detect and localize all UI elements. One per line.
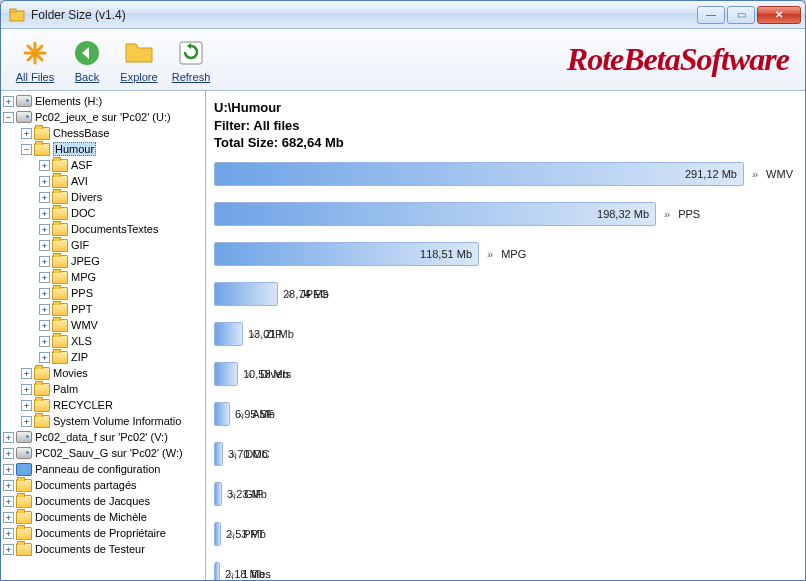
tree-node[interactable]: +Documents de Propriétaire <box>1 525 205 541</box>
tree-node[interactable]: +Documents de Jacques <box>1 493 205 509</box>
expand-toggle[interactable]: + <box>21 416 32 427</box>
tree-node[interactable]: −Pc02_jeux_e sur 'Pc02' (U:) <box>1 109 205 125</box>
tree-node[interactable]: +RECYCLER <box>1 397 205 413</box>
folder-icon <box>52 175 68 188</box>
category-name: PPS <box>678 208 700 220</box>
expand-toggle[interactable]: + <box>3 480 14 491</box>
size-bar: 3,70 Mb <box>214 442 223 466</box>
expand-toggle[interactable]: + <box>3 96 14 107</box>
tree-node-label: WMV <box>71 319 98 331</box>
tree-node[interactable]: +ASF <box>1 157 205 173</box>
size-row[interactable]: 2,53 Mb»PPT <box>214 522 793 546</box>
tree-node-label: ASF <box>71 159 92 171</box>
tree-node[interactable]: +JPEG <box>1 253 205 269</box>
refresh-button[interactable]: Refresh <box>165 37 217 83</box>
expand-toggle[interactable]: + <box>3 432 14 443</box>
expand-toggle[interactable]: + <box>39 352 50 363</box>
size-row[interactable]: 291,12 Mb»WMV <box>214 162 793 186</box>
expand-toggle[interactable]: + <box>39 336 50 347</box>
size-row[interactable]: 2,18 Mb»1 files <box>214 562 793 580</box>
tree-node[interactable]: +GIF <box>1 237 205 253</box>
expand-toggle[interactable]: + <box>21 384 32 395</box>
expand-toggle[interactable]: + <box>39 176 50 187</box>
tree-node[interactable]: +DOC <box>1 205 205 221</box>
expand-toggle[interactable]: + <box>3 512 14 523</box>
minimize-button[interactable]: — <box>697 6 725 24</box>
expand-toggle[interactable]: + <box>3 448 14 459</box>
size-bar: 6,95 Mb <box>214 402 230 426</box>
back-button[interactable]: Back <box>61 37 113 83</box>
size-row[interactable]: 28,74 Mb»JPEG <box>214 282 793 306</box>
expand-toggle[interactable]: + <box>3 464 14 475</box>
asterisk-icon <box>19 37 51 69</box>
expand-toggle[interactable]: + <box>39 304 50 315</box>
tree-node-label: Documents de Michèle <box>35 511 147 523</box>
tree-node[interactable]: +Documents de Michèle <box>1 509 205 525</box>
titlebar[interactable]: Folder Size (v1.4) — ▭ ✕ <box>1 1 805 29</box>
content-area: +Elements (H:)−Pc02_jeux_e sur 'Pc02' (U… <box>1 91 805 580</box>
total-line: Total Size: 682,64 Mb <box>214 134 793 152</box>
size-panel: U:\Humour Filter: All files Total Size: … <box>206 91 805 580</box>
tree-node[interactable]: +Documents de Testeur <box>1 541 205 557</box>
expand-toggle[interactable]: − <box>21 144 32 155</box>
expand-toggle[interactable]: − <box>3 112 14 123</box>
tree-node[interactable]: +MPG <box>1 269 205 285</box>
tree-node[interactable]: +DocumentsTextes <box>1 221 205 237</box>
expand-toggle[interactable]: + <box>3 528 14 539</box>
expand-toggle[interactable]: + <box>39 224 50 235</box>
size-row[interactable]: 10,58 Mb»Divers <box>214 362 793 386</box>
expand-toggle[interactable]: + <box>39 320 50 331</box>
tree-node[interactable]: +PC02_Sauv_G sur 'Pc02' (W:) <box>1 445 205 461</box>
size-row[interactable]: 198,32 Mb»PPS <box>214 202 793 226</box>
tree-node[interactable]: +Documents partagés <box>1 477 205 493</box>
size-bar: 3,23 Mb <box>214 482 222 506</box>
folder-icon <box>34 143 50 156</box>
folder-icon <box>34 127 50 140</box>
all-files-button[interactable]: All Files <box>9 37 61 83</box>
size-row[interactable]: 118,51 Mb»MPG <box>214 242 793 266</box>
tree-node[interactable]: +ChessBase <box>1 125 205 141</box>
tree-node[interactable]: +Palm <box>1 381 205 397</box>
folder-icon <box>52 223 68 236</box>
expand-toggle[interactable]: + <box>3 496 14 507</box>
tree-node[interactable]: +WMV <box>1 317 205 333</box>
expand-toggle[interactable]: + <box>39 256 50 267</box>
folder-icon <box>16 543 32 556</box>
folder-icon <box>123 37 155 69</box>
tree-node[interactable]: +Panneau de configuration <box>1 461 205 477</box>
app-window: Folder Size (v1.4) — ▭ ✕ All Files Back … <box>0 0 806 581</box>
expand-toggle[interactable]: + <box>39 288 50 299</box>
size-value: 2,18 Mb <box>225 568 265 580</box>
expand-toggle[interactable]: + <box>21 400 32 411</box>
toolbar: All Files Back Explore Refresh RoteBetaS… <box>1 29 805 91</box>
tree-node[interactable]: −Humour <box>1 141 205 157</box>
folder-tree[interactable]: +Elements (H:)−Pc02_jeux_e sur 'Pc02' (U… <box>1 91 206 580</box>
size-row[interactable]: 13,01 Mb»ZIP <box>214 322 793 346</box>
size-row[interactable]: 3,23 Mb»GIF <box>214 482 793 506</box>
expand-toggle[interactable]: + <box>39 208 50 219</box>
tree-node-label: Panneau de configuration <box>35 463 160 475</box>
expand-toggle[interactable]: + <box>39 240 50 251</box>
tree-node[interactable]: +System Volume Informatio <box>1 413 205 429</box>
expand-toggle[interactable]: + <box>39 160 50 171</box>
tree-node[interactable]: +AVI <box>1 173 205 189</box>
folder-icon <box>34 367 50 380</box>
expand-toggle[interactable]: + <box>3 544 14 555</box>
size-row[interactable]: 3,70 Mb»DOC <box>214 442 793 466</box>
tree-node[interactable]: +Pc02_data_f sur 'Pc02' (V:) <box>1 429 205 445</box>
expand-toggle[interactable]: + <box>21 128 32 139</box>
tree-node[interactable]: +XLS <box>1 333 205 349</box>
tree-node[interactable]: +PPT <box>1 301 205 317</box>
maximize-button[interactable]: ▭ <box>727 6 755 24</box>
expand-toggle[interactable]: + <box>21 368 32 379</box>
expand-toggle[interactable]: + <box>39 192 50 203</box>
close-button[interactable]: ✕ <box>757 6 801 24</box>
tree-node[interactable]: +PPS <box>1 285 205 301</box>
tree-node[interactable]: +Elements (H:) <box>1 93 205 109</box>
tree-node[interactable]: +Divers <box>1 189 205 205</box>
tree-node[interactable]: +Movies <box>1 365 205 381</box>
explore-button[interactable]: Explore <box>113 37 165 83</box>
expand-toggle[interactable]: + <box>39 272 50 283</box>
tree-node[interactable]: +ZIP <box>1 349 205 365</box>
size-row[interactable]: 6,95 Mb»ASF <box>214 402 793 426</box>
